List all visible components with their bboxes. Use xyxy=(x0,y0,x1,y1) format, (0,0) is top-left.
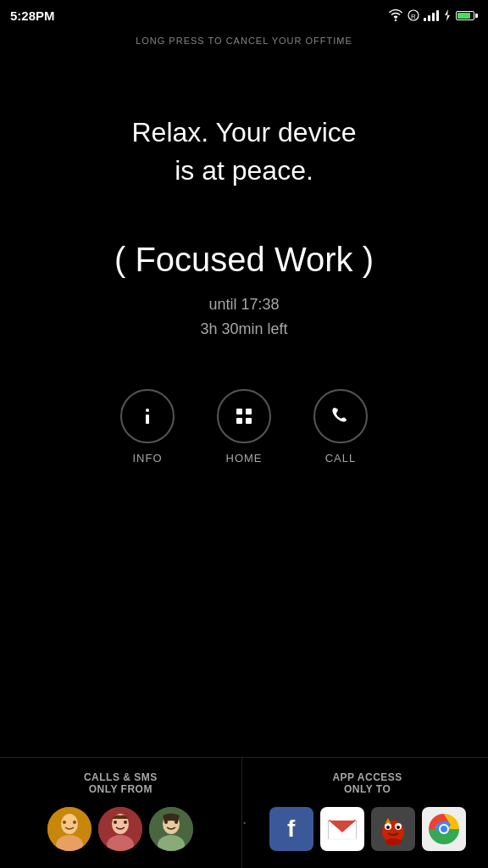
svg-point-30 xyxy=(385,838,402,845)
gmail-logo xyxy=(327,817,358,841)
info-label: INFO xyxy=(132,452,162,465)
charging-icon xyxy=(443,9,452,21)
svg-point-0 xyxy=(395,19,396,21)
svg-rect-9 xyxy=(246,418,252,424)
mode-name: ( Focused Work ) xyxy=(114,241,374,279)
svg-point-14 xyxy=(73,821,76,824)
svg-rect-6 xyxy=(236,409,242,415)
svg-rect-5 xyxy=(146,415,149,424)
home-circle xyxy=(217,389,271,443)
svg-point-19 xyxy=(124,821,127,824)
call-button[interactable]: CALL xyxy=(313,389,368,465)
app-access-label: APP ACCESS ONLY TO xyxy=(260,771,474,795)
action-buttons: INFO HOME CALL xyxy=(120,389,368,465)
svg-rect-8 xyxy=(236,418,242,424)
svg-point-29 xyxy=(396,826,400,829)
chrome-app-icon[interactable] xyxy=(422,807,466,851)
call-circle xyxy=(313,389,368,443)
svg-point-11 xyxy=(61,814,78,834)
grid-icon xyxy=(232,404,256,428)
svg-text:R: R xyxy=(411,13,416,20)
wifi-icon xyxy=(388,9,403,21)
battery-icon xyxy=(456,11,478,20)
svg-marker-3 xyxy=(445,9,450,21)
info-button[interactable]: INFO xyxy=(120,389,175,465)
call-label: CALL xyxy=(325,452,357,465)
signal-bars-icon xyxy=(424,9,439,21)
svg-point-4 xyxy=(146,409,149,412)
home-label: HOME xyxy=(226,452,263,465)
svg-rect-7 xyxy=(246,409,252,415)
contact-photo-3 xyxy=(149,807,193,851)
registered-icon: R xyxy=(408,9,419,21)
info-circle xyxy=(120,389,175,443)
contact-avatar-3[interactable] xyxy=(149,807,193,851)
angrybirds-logo xyxy=(377,813,409,845)
contact-photo-2 xyxy=(98,807,142,851)
main-content: Relax. Your device is at peace. ( Focuse… xyxy=(0,46,488,473)
until-text: until 17:38 xyxy=(208,296,279,314)
svg-point-18 xyxy=(114,821,117,824)
contact-photo-1 xyxy=(47,807,92,851)
relax-text: Relax. Your device is at peace. xyxy=(97,114,390,190)
status-icons: R xyxy=(388,9,478,21)
avatars-row xyxy=(14,807,228,851)
hint-text: LONG PRESS TO CANCEL YOUR OFFTIME xyxy=(0,36,488,46)
time-left: 3h 30min left xyxy=(200,320,287,338)
facebook-app-icon[interactable]: f xyxy=(269,807,313,851)
angrybirds-app-icon[interactable] xyxy=(371,807,415,851)
svg-point-28 xyxy=(386,826,390,829)
svg-point-13 xyxy=(63,821,66,824)
info-icon xyxy=(136,404,159,428)
status-time: 5:28PM xyxy=(10,8,55,23)
gmail-app-icon[interactable] xyxy=(320,807,364,851)
app-access-section: APP ACCESS ONLY TO f xyxy=(247,758,488,868)
bottom-section: CALLS & SMS ONLY FROM xyxy=(0,757,488,868)
home-button[interactable]: HOME xyxy=(217,389,271,465)
calls-sms-label: CALLS & SMS ONLY FROM xyxy=(14,771,228,795)
contact-avatar-1[interactable] xyxy=(47,807,92,851)
app-icons-row: f xyxy=(260,807,474,851)
phone-icon xyxy=(328,403,353,429)
chrome-logo xyxy=(428,813,460,845)
calls-sms-section: CALLS & SMS ONLY FROM xyxy=(0,758,242,868)
status-bar: 5:28PM R xyxy=(0,0,488,27)
svg-point-34 xyxy=(441,826,447,832)
contact-avatar-2[interactable] xyxy=(98,807,142,851)
